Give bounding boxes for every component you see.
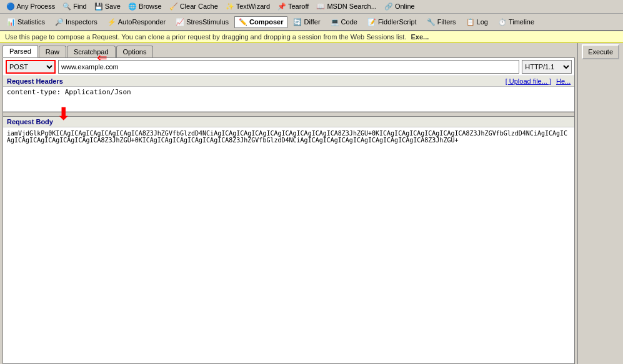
menu-bar: 🔵 Any Process 🔍 Find 💾 Save 🌐 Browse 🧹 C… — [0, 0, 623, 14]
msdn-icon: 📖 — [316, 2, 325, 10]
arrow-indicator-left: ⇐ — [97, 50, 107, 65]
menu-browse[interactable]: 🌐 Browse — [124, 1, 166, 12]
autoresponder-icon: ⚡ — [107, 18, 116, 26]
headers-section-header: Request Headers [ Upload file... ] He... — [3, 76, 574, 87]
tab-inspectors[interactable]: 🔎 Inspectors — [51, 16, 102, 28]
menu-find[interactable]: 🔍 Find — [59, 1, 90, 12]
composer-content: POST GET PUT DELETE PATCH ⇐ HTTP/1.1 HTT… — [2, 57, 575, 364]
request-line: POST GET PUT DELETE PATCH ⇐ HTTP/1.1 HTT… — [3, 58, 574, 76]
headers-value: content-type: Application/Json — [7, 88, 571, 96]
execute-label-info: Exe... — [411, 33, 429, 41]
differ-icon: 🔄 — [293, 18, 302, 26]
online-icon: 🔗 — [384, 2, 393, 10]
composer-tab-parsed[interactable]: Parsed — [2, 45, 38, 57]
tab-fiddlerscript[interactable]: 📝 FiddlerScript — [363, 16, 421, 28]
menu-tearoff[interactable]: 📌 Tearoff — [274, 1, 312, 12]
find-icon: 🔍 — [62, 2, 71, 10]
textwizard-icon: ✨ — [226, 2, 234, 10]
browse-icon: 🌐 — [128, 2, 137, 10]
info-bar: Use this page to compose a Request. You … — [0, 31, 623, 43]
headers-area: content-type: Application/Json — [3, 87, 574, 112]
url-input[interactable] — [58, 60, 519, 74]
tab-code[interactable]: 💻 Code — [326, 16, 362, 28]
menu-clear-cache[interactable]: 🧹 Clear Cache — [166, 1, 222, 12]
save-icon: 💾 — [94, 2, 103, 10]
body-textarea[interactable]: iamVjdGlkPg0KICAgICAgICAgICAgICAgICA8Z3J… — [3, 127, 574, 146]
composer-tab-row: Parsed Raw Scratchpad Options — [0, 43, 577, 57]
help-link[interactable]: He... — [556, 77, 571, 85]
statistics-icon: 📊 — [7, 18, 16, 26]
composer-tab-raw[interactable]: Raw — [39, 46, 66, 57]
fiddlerscript-icon: 📝 — [367, 18, 376, 26]
content-area: Parsed Raw Scratchpad Options POST — [0, 43, 623, 364]
tab-timeline[interactable]: ⏱️ Timeline — [494, 16, 539, 28]
execute-area: Execute — [577, 43, 623, 364]
composer-icon: ✏️ — [239, 18, 247, 26]
composer-tab-options[interactable]: Options — [116, 46, 154, 57]
menu-any-process[interactable]: 🔵 Any Process — [2, 1, 59, 12]
menu-online[interactable]: 🔗 Online — [381, 1, 419, 12]
resize-handle[interactable]: ⬇ — [3, 112, 574, 117]
tab-statistics[interactable]: 📊 Statistics — [2, 16, 49, 28]
tab-composer[interactable]: ✏️ Composer — [234, 16, 287, 28]
tab-log[interactable]: 📋 Log — [462, 16, 492, 28]
tab-stressstimulus[interactable]: 📈 StresStimulus — [171, 16, 233, 28]
headers-area-wrapper: content-type: Application/Json — [3, 87, 574, 112]
composer-panel: Parsed Raw Scratchpad Options POST — [0, 43, 577, 364]
page-wrapper: 🔵 Any Process 🔍 Find 💾 Save 🌐 Browse 🧹 C… — [0, 0, 623, 364]
toolbar: 📊 Statistics 🔎 Inspectors ⚡ AutoResponde… — [0, 14, 623, 31]
request-body-section: Request Body iamVjdGlkPg0KICAgICAgICAgIC… — [3, 117, 574, 146]
timeline-icon: ⏱️ — [498, 18, 507, 26]
process-icon: 🔵 — [6, 2, 15, 10]
menu-msdn[interactable]: 📖 MSDN Search... — [312, 1, 381, 12]
upload-link[interactable]: [ Upload file... ] — [506, 77, 551, 85]
method-select[interactable]: POST GET PUT DELETE PATCH — [6, 60, 56, 74]
stressstimulus-icon: 📈 — [176, 18, 184, 26]
execute-button[interactable]: Execute — [582, 44, 619, 59]
filters-icon: 🔧 — [427, 18, 436, 26]
menu-save[interactable]: 💾 Save — [91, 1, 124, 12]
tab-filters[interactable]: 🔧 Filters — [422, 16, 461, 28]
clear-cache-icon: 🧹 — [169, 2, 178, 10]
tab-autoresponder[interactable]: ⚡ AutoResponder — [103, 16, 170, 28]
body-label: Request Body — [3, 117, 574, 127]
tab-differ[interactable]: 🔄 Differ — [289, 16, 324, 28]
composer-tab-scratchpad[interactable]: Scratchpad — [67, 46, 116, 57]
code-icon: 💻 — [331, 18, 339, 26]
inspectors-icon: 🔎 — [55, 18, 64, 26]
tearoff-icon: 📌 — [277, 2, 286, 10]
protocol-select[interactable]: HTTP/1.1 HTTP/2 — [522, 60, 572, 74]
down-arrow-indicator: ⬇ — [56, 104, 71, 124]
menu-textwizard[interactable]: ✨ TextWizard — [222, 1, 274, 12]
log-icon: 📋 — [466, 18, 475, 26]
headers-label: Request Headers — [7, 77, 63, 85]
